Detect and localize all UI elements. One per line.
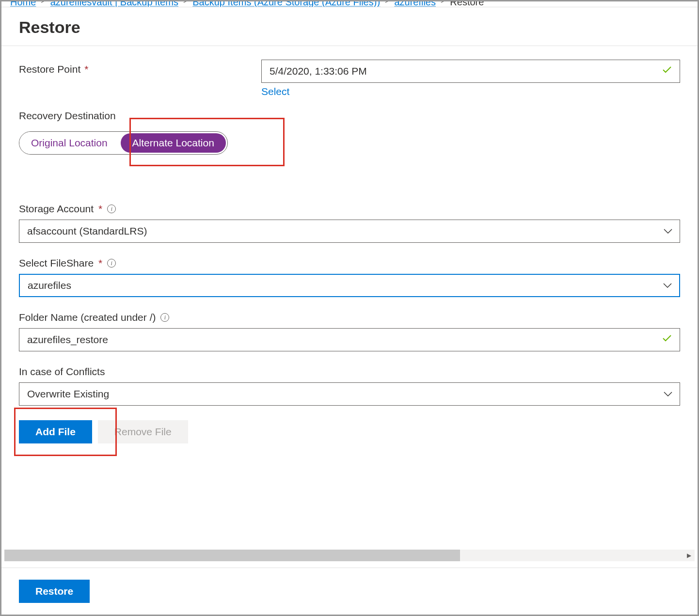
conflicts-label-text: In case of Conflicts (19, 366, 105, 378)
horizontal-scrollbar[interactable]: ▶ (4, 550, 695, 561)
restore-point-label-text: Restore Point (19, 63, 80, 75)
restore-point-input-col: 5/4/2020, 1:33:06 PM Select (261, 60, 680, 97)
breadcrumb-backup-items[interactable]: Backup Items (Azure Storage (Azure Files… (192, 0, 380, 7)
info-icon[interactable]: i (160, 313, 169, 322)
file-buttons-row: Add File Remove File (19, 420, 680, 443)
fileshare-label: Select FileShare * i (19, 257, 680, 269)
breadcrumb: Home > azurefilesvault | Backup items > … (1, 0, 698, 7)
content-area: Restore Restore Point * 5/4/2020, 1:33:0… (1, 7, 698, 443)
chevron-right-icon: > (41, 0, 45, 5)
required-icon: * (84, 63, 88, 75)
chevron-right-icon: > (441, 0, 445, 5)
check-icon (661, 64, 673, 79)
recovery-destination-toggle: Original Location Alternate Location (19, 131, 228, 155)
conflicts-field: In case of Conflicts Overwrite Existing (19, 366, 680, 406)
folder-name-input[interactable]: azurefiles_restore (19, 328, 680, 351)
fileshare-field: Select FileShare * i azurefiles (19, 257, 680, 297)
restore-window: Home > azurefilesvault | Backup items > … (0, 0, 699, 616)
recovery-destination-label-text: Recovery Destination (19, 110, 116, 122)
fileshare-value: azurefiles (28, 280, 71, 291)
select-restore-point-link[interactable]: Select (261, 86, 289, 97)
chevron-right-icon: > (183, 0, 188, 5)
recovery-destination-label: Recovery Destination (19, 110, 680, 122)
scrollbar-track[interactable] (460, 550, 683, 561)
chevron-down-icon (663, 388, 673, 400)
check-icon (661, 332, 673, 347)
alternate-location-option[interactable]: Alternate Location (121, 133, 226, 153)
conflicts-label: In case of Conflicts (19, 366, 680, 378)
folder-name-label-text: Folder Name (created under /) (19, 312, 156, 323)
info-icon[interactable]: i (107, 259, 116, 268)
remove-file-button: Remove File (98, 420, 188, 443)
restore-button[interactable]: Restore (19, 580, 90, 603)
folder-name-label: Folder Name (created under /) i (19, 312, 680, 323)
fileshare-label-text: Select FileShare (19, 257, 94, 269)
info-icon[interactable]: i (107, 205, 116, 213)
breadcrumb-current: Restore (450, 0, 484, 7)
conflicts-dropdown[interactable]: Overwrite Existing (19, 382, 680, 406)
footer-bar: Restore (1, 568, 698, 615)
required-icon: * (98, 203, 102, 215)
divider (1, 46, 698, 46)
restore-point-row: Restore Point * 5/4/2020, 1:33:06 PM Sel… (19, 60, 680, 97)
breadcrumb-home[interactable]: Home (10, 0, 36, 7)
restore-point-input[interactable]: 5/4/2020, 1:33:06 PM (261, 60, 680, 83)
breadcrumb-vault[interactable]: azurefilesvault | Backup items (50, 0, 178, 7)
scrollbar-thumb[interactable] (4, 550, 460, 561)
breadcrumb-azurefiles[interactable]: azurefiles (394, 0, 436, 7)
chevron-down-icon (663, 280, 672, 291)
folder-name-field: Folder Name (created under /) i azurefil… (19, 312, 680, 351)
restore-point-value: 5/4/2020, 1:33:06 PM (270, 65, 367, 77)
storage-account-dropdown[interactable]: afsaccount (StandardLRS) (19, 220, 680, 243)
fileshare-dropdown[interactable]: azurefiles (19, 274, 680, 297)
original-location-option[interactable]: Original Location (19, 132, 119, 154)
restore-point-label: Restore Point * (19, 60, 261, 75)
chevron-right-icon: > (385, 0, 389, 5)
add-file-button[interactable]: Add File (19, 420, 92, 443)
folder-name-value: azurefiles_restore (27, 334, 108, 346)
storage-account-label-text: Storage Account (19, 203, 94, 215)
page-title: Restore (19, 18, 680, 37)
storage-account-value: afsaccount (StandardLRS) (27, 225, 147, 237)
conflicts-value: Overwrite Existing (27, 388, 109, 400)
storage-account-field: Storage Account * i afsaccount (Standard… (19, 203, 680, 243)
required-icon: * (98, 257, 102, 269)
scrollbar-right-button[interactable]: ▶ (683, 550, 695, 561)
recovery-destination-toggle-wrap: Original Location Alternate Location (19, 131, 680, 155)
chevron-down-icon (663, 225, 673, 237)
storage-account-label: Storage Account * i (19, 203, 680, 215)
